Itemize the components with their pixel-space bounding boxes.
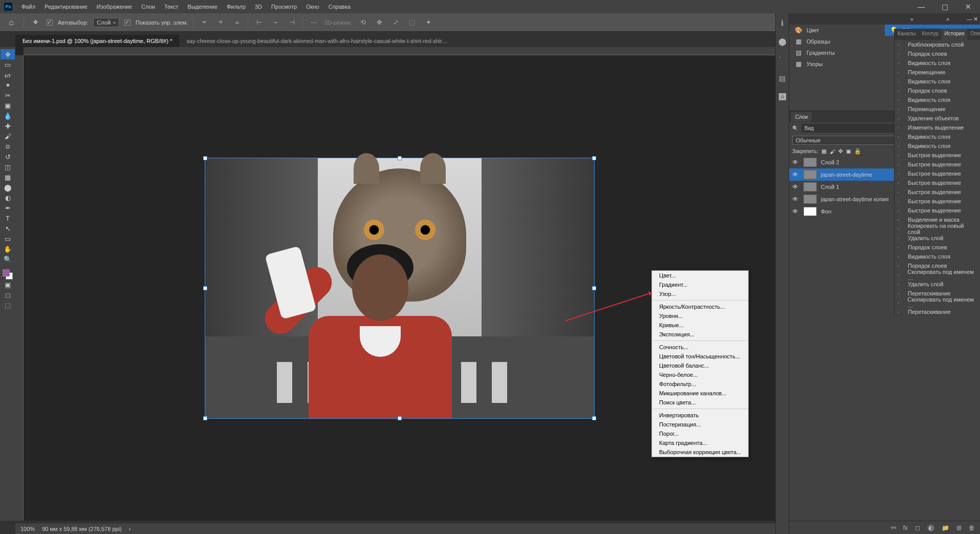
context-menu-item[interactable]: Карта градиента... xyxy=(652,438,748,447)
context-menu-item[interactable]: Фотофильтр... xyxy=(652,379,748,389)
history-tab[interactable]: Операц xyxy=(967,29,980,40)
tool-eraser[interactable]: ◫ xyxy=(1,162,15,172)
context-menu-item[interactable]: Поиск цвета... xyxy=(652,398,748,407)
group-icon[interactable]: 📁 xyxy=(942,524,949,531)
history-item[interactable]: ▫Перемещение xyxy=(895,68,980,77)
history-item[interactable]: ▫Перемещение xyxy=(895,104,980,114)
tool-frame[interactable]: ▣ xyxy=(1,100,15,111)
show-controls-checkbox[interactable] xyxy=(124,19,130,26)
visibility-icon[interactable]: 👁 xyxy=(792,208,799,215)
history-item[interactable]: ▫Порядок слоев xyxy=(895,86,980,95)
tool-dodge[interactable]: ◐ xyxy=(1,193,15,203)
visibility-icon[interactable]: 👁 xyxy=(792,183,799,190)
lock-paint-icon[interactable]: 🖌 xyxy=(830,148,835,155)
context-menu-item[interactable]: Микширование каналов... xyxy=(652,389,748,398)
history-item[interactable]: ▫Быстрое выделение xyxy=(895,178,980,187)
menu-view[interactable]: Просмотр xyxy=(267,2,301,12)
history-item[interactable]: ▫Быстрое выделение xyxy=(895,169,980,178)
canvas[interactable] xyxy=(205,158,594,418)
tool-lasso[interactable]: ᔕ xyxy=(1,70,15,80)
tab-active[interactable]: Без имени-1.psd @ 100% (japan-street-day… xyxy=(15,35,179,47)
tool-stamp[interactable]: ⧈ xyxy=(1,141,15,152)
menu-text[interactable]: Текст xyxy=(160,2,183,12)
context-menu-item[interactable]: Сочность... xyxy=(652,343,748,352)
visibility-icon[interactable]: 👁 xyxy=(792,171,799,178)
vtab-swatch-icon[interactable]: ⬛ xyxy=(778,55,787,65)
history-item[interactable]: ▫Видимость слоя xyxy=(895,252,980,261)
history-item[interactable]: ▫Видимость слоя xyxy=(895,132,980,141)
history-item[interactable]: ▫Быстрое выделение xyxy=(895,197,980,206)
history-item[interactable]: ▫Быстрое выделение xyxy=(895,187,980,197)
close-button[interactable]: ✕ xyxy=(956,0,980,13)
menu-window[interactable]: Окно xyxy=(302,2,323,12)
transform-handle[interactable] xyxy=(592,156,596,160)
fx-icon[interactable]: fx xyxy=(903,524,908,531)
color-swatch[interactable] xyxy=(3,269,13,280)
link-layers-icon[interactable]: ⚯ xyxy=(891,524,896,531)
adjustment-layer-icon[interactable]: ◐ xyxy=(927,524,934,531)
vtab-char-icon[interactable]: 🅰 xyxy=(778,92,787,101)
history-item[interactable]: ▫Изменить выделение xyxy=(895,123,980,132)
menu-edit[interactable]: Редактирование xyxy=(40,2,92,12)
menu-select[interactable]: Выделение xyxy=(184,2,222,12)
3d-icon-1[interactable]: ⟲ xyxy=(357,17,368,28)
align-right-icon[interactable]: ⊣ xyxy=(286,17,297,28)
history-tab[interactable]: Контур xyxy=(919,29,942,40)
menu-layers[interactable]: Слои xyxy=(137,2,159,12)
transform-handle[interactable] xyxy=(203,156,207,160)
tool-extra[interactable]: ▣ xyxy=(1,280,15,290)
learn-item[interactable]: ▤Градиенты xyxy=(789,47,885,58)
history-item[interactable]: ▫Быстрое выделение xyxy=(895,206,980,215)
menu-help[interactable]: Справка xyxy=(324,2,355,12)
vtab-color-icon[interactable]: ⬤ xyxy=(778,37,787,46)
layer-select[interactable]: Слой xyxy=(93,18,119,27)
tool-zoom[interactable]: 🔍 xyxy=(1,254,15,264)
menu-file[interactable]: Файл xyxy=(17,2,39,12)
vtab-info-icon[interactable]: ℹ xyxy=(778,18,787,28)
close-panel-icon[interactable]: ✕ xyxy=(973,16,978,23)
context-menu-item[interactable]: Цветовой баланс... xyxy=(652,361,748,370)
blend-mode-select[interactable]: Обычные xyxy=(792,136,901,145)
tool-patch[interactable]: ✚ xyxy=(1,121,15,131)
context-menu-item[interactable]: Инвертировать xyxy=(652,411,748,420)
history-item[interactable]: ▫Разблокировать слой xyxy=(895,40,980,49)
collapse-icon[interactable]: » xyxy=(946,16,949,22)
collapse-icon[interactable]: » xyxy=(910,16,913,22)
transform-handle[interactable] xyxy=(592,286,596,290)
visibility-icon[interactable]: 👁 xyxy=(792,159,799,166)
history-item[interactable]: ▫Скопировать под именем … xyxy=(895,270,980,280)
lock-all-icon[interactable]: 🔒 xyxy=(854,148,861,155)
tool-eyedrop[interactable]: 💧 xyxy=(1,111,15,121)
align-top-icon[interactable]: ⫧ xyxy=(199,17,210,28)
history-item[interactable]: ▫Видимость слоя xyxy=(895,77,980,86)
tool-brush[interactable]: 🖌 xyxy=(1,131,15,141)
context-menu-item[interactable]: Яркость/Контрастность... xyxy=(652,302,748,311)
3d-icon-5[interactable]: ✦ xyxy=(423,17,434,28)
history-item[interactable]: ▫Видимость слоя xyxy=(895,58,980,68)
3d-icon-3[interactable]: ⤢ xyxy=(390,17,401,28)
lock-artboard-icon[interactable]: ▣ xyxy=(846,148,851,155)
context-menu-item[interactable]: Цвет... xyxy=(652,271,748,280)
tool-blur[interactable]: ⬤ xyxy=(1,182,15,193)
menu-filter[interactable]: Фильтр xyxy=(223,2,250,12)
learn-item[interactable]: ▦Образцы xyxy=(789,36,885,47)
history-item[interactable]: ▫Удаление объектов xyxy=(895,114,980,123)
tool-shape[interactable]: ▭ xyxy=(1,233,15,244)
tool-pen[interactable]: ✒ xyxy=(1,203,15,213)
mask-icon[interactable]: ◻ xyxy=(915,524,920,531)
minimize-panel-icon[interactable]: — xyxy=(967,16,972,22)
tool-extra[interactable]: ◻ xyxy=(1,290,15,300)
history-item[interactable]: ▫Видимость слоя xyxy=(895,141,980,151)
learn-item[interactable]: ▩Узоры xyxy=(789,58,885,70)
tool-history-brush[interactable]: ↺ xyxy=(1,152,15,162)
history-item[interactable]: ▫Порядок слоев xyxy=(895,243,980,252)
context-menu-item[interactable]: Уровни... xyxy=(652,311,748,321)
visibility-icon[interactable]: 👁 xyxy=(792,196,799,203)
transform-handle[interactable] xyxy=(203,286,207,290)
context-menu-item[interactable]: Узор... xyxy=(652,289,748,298)
learn-item[interactable]: 🎨Цвет xyxy=(789,25,885,36)
home-icon[interactable]: ⌂ xyxy=(4,15,18,30)
new-layer-icon[interactable]: ⊞ xyxy=(956,524,962,531)
history-tab[interactable]: Каналы xyxy=(895,29,919,40)
history-tab[interactable]: История xyxy=(942,29,968,40)
